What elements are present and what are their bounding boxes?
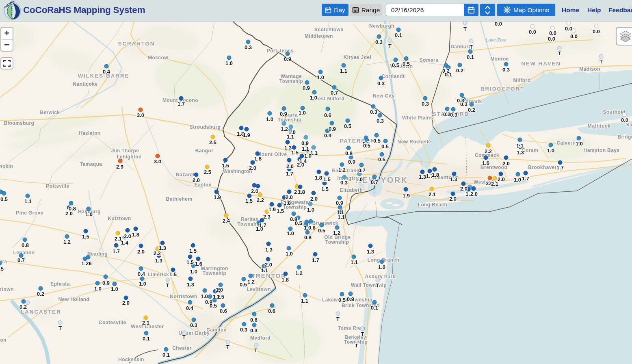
svg-text:1.7: 1.7 [286, 171, 293, 177]
svg-text:0.5: 0.5 [295, 220, 302, 226]
svg-text:0.5: 0.5 [344, 123, 351, 129]
svg-text:0.3: 0.3 [377, 118, 384, 124]
svg-text:Elizabeth: Elizabeth [340, 187, 363, 193]
svg-text:Chester: Chester [172, 345, 191, 351]
svg-text:2.0: 2.0 [265, 262, 272, 268]
svg-text:2.1: 2.1 [429, 191, 436, 197]
svg-text:T: T [388, 43, 392, 49]
svg-text:2.0: 2.0 [310, 196, 318, 202]
svg-text:Hockessin: Hockessin [118, 357, 144, 362]
svg-text:2.0: 2.0 [286, 194, 293, 200]
svg-text:1.0: 1.0 [310, 95, 317, 101]
svg-text:0.5: 0.5 [0, 196, 8, 202]
svg-text:1.9: 1.9 [214, 194, 221, 200]
svg-text:0.3: 0.3 [457, 98, 464, 104]
svg-text:1.0: 1.0 [514, 177, 521, 183]
svg-text:1.3: 1.3 [419, 174, 426, 180]
svg-text:Stroudsburg: Stroudsburg [190, 124, 221, 130]
svg-text:Asbury Park: Asbury Park [365, 274, 395, 280]
svg-text:2.0: 2.0 [124, 233, 131, 239]
svg-text:Moscow: Moscow [148, 55, 168, 61]
svg-text:0.5: 0.5 [378, 156, 385, 162]
svg-text:2.0: 2.0 [470, 191, 478, 197]
svg-text:0.3: 0.3 [422, 101, 429, 107]
svg-text:0.8: 0.8 [345, 150, 353, 156]
svg-text:2.9: 2.9 [116, 164, 123, 170]
svg-text:T: T [182, 334, 186, 340]
svg-text:1.3: 1.3 [284, 145, 292, 151]
svg-text:0.4: 0.4 [138, 271, 145, 277]
svg-text:0.3: 0.3 [450, 112, 457, 118]
svg-text:0.9: 0.9 [324, 132, 331, 139]
svg-text:1.0: 1.0 [139, 281, 146, 287]
svg-text:2.3: 2.3 [263, 214, 271, 220]
svg-text:3.0: 3.0 [154, 158, 161, 165]
svg-text:Lake Zoar: Lake Zoar [486, 37, 507, 42]
svg-text:2.0: 2.0 [297, 162, 304, 168]
svg-text:2.0: 2.0 [65, 210, 73, 217]
svg-text:0.6: 0.6 [250, 317, 258, 323]
svg-text:2.0: 2.0 [449, 196, 457, 202]
svg-text:2.2: 2.2 [154, 250, 161, 256]
svg-text:New Rochelle: New Rochelle [398, 139, 431, 145]
svg-text:0.3: 0.3 [375, 39, 383, 45]
svg-text:0.7: 0.7 [358, 167, 366, 173]
svg-text:Hazleton: Hazleton [79, 130, 100, 136]
svg-text:amokin: amokin [0, 163, 13, 169]
svg-text:Kutztown: Kutztown [108, 216, 131, 221]
svg-text:Danbury: Danbury [450, 44, 471, 50]
svg-text:1.5: 1.5 [186, 259, 194, 265]
svg-text:0.1: 0.1 [143, 336, 150, 342]
svg-text:0.5: 0.5 [381, 143, 389, 150]
svg-text:0.3: 0.3 [245, 44, 252, 50]
svg-text:T: T [558, 50, 561, 56]
svg-text:1.0: 1.0 [307, 207, 314, 213]
svg-text:0.7: 0.7 [331, 90, 338, 96]
svg-text:T: T [361, 331, 364, 337]
svg-text:Bloomsburg: Bloomsburg [4, 120, 35, 126]
svg-text:2.0: 2.0 [498, 176, 505, 182]
svg-text:0.1: 0.1 [371, 305, 378, 311]
svg-text:1.1: 1.1 [287, 134, 294, 140]
svg-text:1.1: 1.1 [261, 267, 268, 273]
svg-text:0.1: 0.1 [162, 352, 170, 358]
svg-text:0.0: 0.0 [565, 26, 572, 32]
svg-text:0.9: 0.9 [303, 85, 310, 91]
svg-text:0.0: 0.0 [621, 117, 628, 123]
svg-text:1.0: 1.0 [111, 286, 118, 292]
svg-text:0.9: 0.9 [102, 280, 110, 286]
svg-text:0.0: 0.0 [495, 22, 502, 27]
svg-text:New Holland: New Holland [58, 297, 89, 302]
svg-text:T: T [166, 282, 169, 288]
svg-text:Norristown: Norristown [170, 294, 197, 299]
svg-text:White Plains: White Plains [402, 115, 433, 121]
svg-text:1.8: 1.8 [132, 232, 139, 238]
svg-text:1.8: 1.8 [315, 175, 322, 181]
svg-text:Tamaqua: Tamaqua [80, 161, 102, 167]
svg-text:0.3: 0.3 [240, 327, 247, 333]
svg-text:0.0: 0.0 [570, 33, 578, 39]
svg-text:0.9: 0.9 [284, 56, 291, 62]
svg-text:T: T [355, 342, 358, 349]
svg-text:Pottsville: Pottsville [46, 183, 69, 189]
svg-text:0.8: 0.8 [22, 242, 29, 248]
svg-text:1.5: 1.5 [189, 248, 197, 254]
svg-text:1.0: 1.0 [287, 230, 294, 236]
svg-text:0.5: 0.5 [373, 138, 381, 144]
svg-text:2.0: 2.0 [137, 249, 145, 255]
svg-text:1.8: 1.8 [281, 277, 289, 283]
svg-text:1.5: 1.5 [217, 294, 224, 300]
svg-text:1.5: 1.5 [277, 208, 284, 214]
svg-text:1.0: 1.0 [576, 141, 583, 147]
svg-text:1.0: 1.0 [190, 269, 197, 275]
svg-text:Newburgh: Newburgh [369, 23, 394, 29]
svg-text:1.0: 1.0 [225, 60, 233, 66]
svg-text:1.5: 1.5 [169, 271, 177, 277]
svg-text:0.8: 0.8 [308, 225, 316, 231]
svg-text:0.5: 0.5 [392, 62, 399, 68]
svg-text:0.2: 0.2 [37, 291, 44, 297]
svg-text:SCRANTON: SCRANTON [118, 41, 155, 47]
svg-text:0.0: 0.0 [529, 29, 536, 35]
svg-text:2.2: 2.2 [485, 148, 492, 154]
svg-text:1.1: 1.1 [302, 146, 309, 152]
